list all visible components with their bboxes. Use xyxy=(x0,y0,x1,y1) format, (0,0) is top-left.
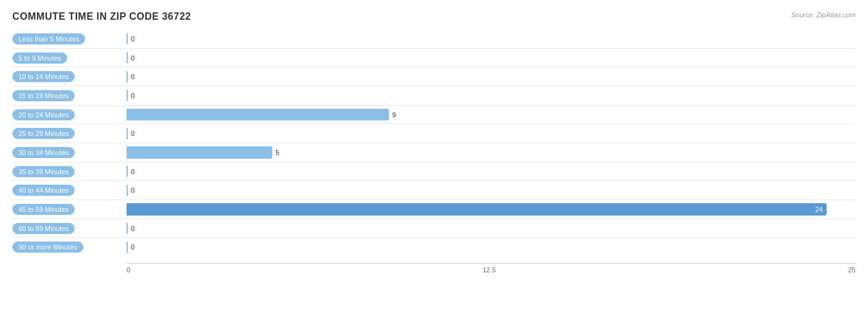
bar-value: 0 xyxy=(131,92,135,99)
bar-value: 0 xyxy=(131,54,135,62)
bar-fill: 0 xyxy=(127,222,128,234)
bar-label: 35 to 39 Minutes xyxy=(12,166,127,177)
bar-label: 40 to 44 Minutes xyxy=(12,185,127,196)
chart-source: Source: ZipAtlas.com xyxy=(791,11,856,19)
bar-track: 0 xyxy=(127,30,856,48)
label-pill: 10 to 14 Minutes xyxy=(12,71,75,82)
bar-row: 15 to 19 Minutes0 xyxy=(12,86,856,106)
label-pill: 15 to 19 Minutes xyxy=(12,90,75,101)
bar-value: 0 xyxy=(131,130,135,137)
bar-value: 5 xyxy=(275,149,279,156)
bar-track: 0 xyxy=(127,124,856,143)
bar-row: Less than 5 Minutes0 xyxy=(12,30,856,49)
bar-track: 5 xyxy=(127,143,856,162)
bar-row: 30 to 34 Minutes5 xyxy=(12,143,856,162)
label-pill: 5 to 9 Minutes xyxy=(12,52,67,64)
bar-row: 45 to 59 Minutes24 xyxy=(12,200,856,219)
bar-row: 25 to 29 Minutes0 xyxy=(12,124,856,143)
label-pill: Less than 5 Minutes xyxy=(12,33,85,44)
bar-label: 60 to 89 Minutes xyxy=(12,223,127,234)
bar-row: 40 to 44 Minutes0 xyxy=(12,181,856,200)
bar-label: 25 to 29 Minutes xyxy=(12,128,127,139)
label-pill: 25 to 29 Minutes xyxy=(12,128,75,139)
bar-label: 20 to 24 Minutes xyxy=(12,109,127,120)
bar-row: 35 to 39 Minutes0 xyxy=(12,162,856,182)
bar-value: 0 xyxy=(131,35,135,43)
bar-label: 30 to 34 Minutes xyxy=(12,147,127,158)
bar-track: 24 xyxy=(127,200,856,219)
bar-row: 60 to 89 Minutes0 xyxy=(12,219,856,238)
bar-label: 5 to 9 Minutes xyxy=(12,52,127,64)
bar-label: 45 to 59 Minutes xyxy=(12,204,127,215)
chart-area: Less than 5 Minutes05 to 9 Minutes010 to… xyxy=(12,30,856,274)
bar-track: 0 xyxy=(127,238,856,256)
bar-value: 0 xyxy=(131,243,135,251)
bar-fill: 0 xyxy=(127,52,128,64)
bar-label: Less than 5 Minutes xyxy=(12,33,127,44)
bar-fill: 9 xyxy=(127,109,389,120)
bar-track: 0 xyxy=(127,162,856,181)
bar-fill: 0 xyxy=(127,128,128,140)
bar-row: 20 to 24 Minutes9 xyxy=(12,106,856,125)
bar-label: 10 to 14 Minutes xyxy=(12,71,127,82)
bar-label: 90 or more Minutes xyxy=(12,241,127,253)
bar-fill: 0 xyxy=(127,33,128,44)
label-pill: 30 to 34 Minutes xyxy=(12,147,75,158)
label-pill: 40 to 44 Minutes xyxy=(12,185,75,196)
label-pill: 35 to 39 Minutes xyxy=(12,166,75,177)
bar-value: 0 xyxy=(131,187,135,194)
bar-row: 90 or more Minutes0 xyxy=(12,238,856,256)
chart-title: COMMUTE TIME IN ZIP CODE 36722 xyxy=(12,11,191,22)
bar-row: 10 to 14 Minutes0 xyxy=(12,67,856,86)
label-pill: 90 or more Minutes xyxy=(12,241,83,253)
bar-track: 9 xyxy=(127,106,856,124)
bar-track: 0 xyxy=(127,67,856,86)
label-pill: 20 to 24 Minutes xyxy=(12,109,75,120)
chart-header: COMMUTE TIME IN ZIP CODE 36722 Source: Z… xyxy=(12,11,856,22)
chart-container: COMMUTE TIME IN ZIP CODE 36722 Source: Z… xyxy=(0,0,868,323)
bar-row: 5 to 9 Minutes0 xyxy=(12,49,856,68)
bar-fill: 0 xyxy=(127,90,128,101)
bar-fill: 0 xyxy=(127,241,128,253)
bar-track: 0 xyxy=(127,219,856,238)
label-pill: 60 to 89 Minutes xyxy=(12,223,75,234)
bar-fill: 24 xyxy=(127,203,827,215)
x-axis-label: 12.5 xyxy=(483,266,496,274)
bar-value: 9 xyxy=(392,111,396,119)
x-axis-label: 25 xyxy=(848,266,856,274)
x-axis-label: 0 xyxy=(127,266,130,274)
bar-track: 0 xyxy=(127,181,856,199)
bar-fill: 0 xyxy=(127,71,128,83)
bar-fill: 5 xyxy=(127,146,272,158)
bars-wrapper: Less than 5 Minutes05 to 9 Minutes010 to… xyxy=(12,30,856,256)
bar-fill: 0 xyxy=(127,185,128,196)
bar-value: 24 xyxy=(816,206,823,213)
bar-track: 0 xyxy=(127,86,856,105)
bar-value: 0 xyxy=(131,73,135,80)
x-axis: 012.525 xyxy=(127,263,856,274)
bar-fill: 0 xyxy=(127,166,128,177)
label-pill: 45 to 59 Minutes xyxy=(12,204,75,215)
bar-value: 0 xyxy=(131,168,135,175)
bar-value: 0 xyxy=(131,225,135,232)
bar-label: 15 to 19 Minutes xyxy=(12,90,127,101)
bar-track: 0 xyxy=(127,49,856,67)
